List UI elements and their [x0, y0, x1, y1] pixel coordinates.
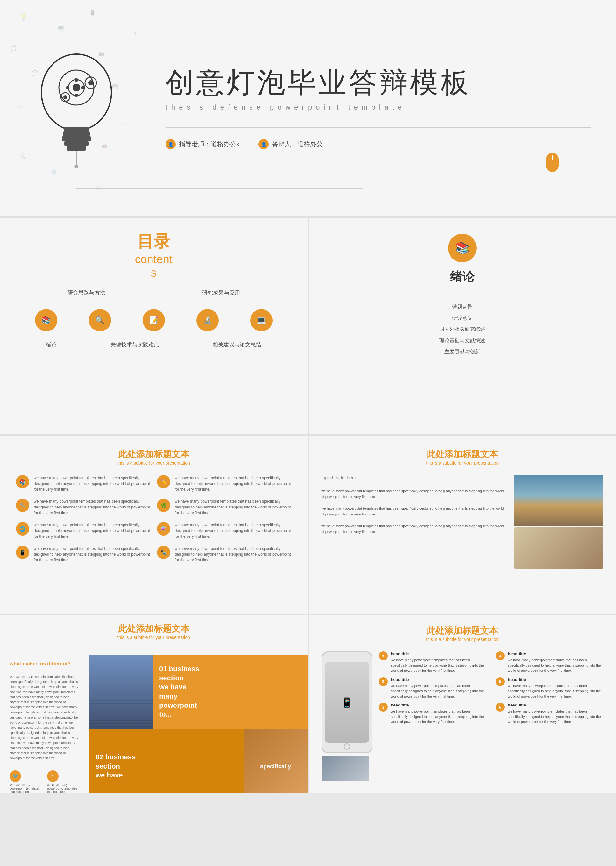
twitter-icon: 🐦: [9, 770, 21, 782]
cover-divider: [165, 127, 591, 128]
num-content-6: head title we have many powerpoint templ…: [508, 703, 603, 725]
cover-illustration: [0, 0, 153, 217]
num-content-4: head title we have many powerpoint templ…: [508, 651, 603, 673]
num-title-1: head title: [391, 651, 486, 656]
intro-slide: 📚 绪论 选题背景 研究意义 国内外相关研究综述 理论基础与文献综述 主要贡献与…: [309, 218, 616, 434]
section-02-container: 02 businesssectionwe have specifically: [89, 729, 308, 794]
toc-icon-2: 🔍: [89, 309, 111, 332]
num-text-5: we have many powerpoint templates that h…: [508, 683, 603, 699]
toc-title-en: contents: [135, 253, 173, 280]
num-title-6: head title: [508, 703, 603, 707]
intro-item-1: 选题背景: [439, 301, 485, 312]
bulb-svg: [29, 41, 124, 175]
content-para-3: we have many powerpoint templates that h…: [322, 523, 505, 534]
feature-icon-3: 🔧: [16, 498, 29, 512]
instructor-icon: 👤: [165, 139, 176, 149]
feature-item-4: 🌿 we have many powerpoint templates that…: [157, 498, 292, 516]
slide3-heading: 此处添加标题文本: [16, 448, 292, 461]
num-badge-4: 4: [496, 651, 504, 660]
toc-label-2: 研究成果与应用: [202, 289, 240, 296]
numbered-content: 📱 1 head title we have many powerpoint t…: [322, 651, 603, 781]
num-content-1: head title we have many powerpoint templ…: [391, 651, 486, 673]
toc-icon-3: 📝: [143, 309, 165, 332]
intro-item-3: 国内外相关研究综述: [439, 324, 485, 335]
feature-item-5: 🌐 we have many powerpoint templates that…: [16, 522, 151, 539]
facebook-icon: f: [47, 770, 58, 782]
feature-text-1: we have many powerpoint templates that h…: [34, 475, 151, 492]
num-content-5: head title we have many powerpoint templ…: [508, 677, 603, 699]
slides-row-2: 此处添加标题文本 this is a subtitle for your pre…: [0, 435, 616, 614]
toc-icon-5: 💻: [250, 309, 272, 332]
intro-icon: 📚: [448, 234, 476, 262]
feature-icon-7: 📱: [16, 546, 29, 559]
toc-icon-1: 📚: [35, 309, 57, 332]
instructor-label: 指导老师：道格办公x: [179, 140, 239, 148]
intro-divider: [334, 294, 591, 295]
content-right-area: [514, 475, 603, 569]
slide4-sub: this is a subtitle for your presentation: [322, 461, 603, 465]
toc-bottom-2: 关键技术与实践难点: [110, 341, 159, 348]
feature-icon-1: 📚: [16, 475, 29, 489]
slide4-heading: 此处添加标题文本: [322, 448, 603, 461]
feature-item-8: ✒️ we have many powerpoint templates tha…: [157, 546, 292, 563]
phone-screen: 📱: [325, 662, 369, 743]
num-badge-2: 2: [379, 677, 388, 686]
feature-item-7: 📱 we have many powerpoint templates that…: [16, 546, 151, 563]
toc-label-1: 研究思路与方法: [68, 289, 105, 296]
num-item-2: 2 head title we have many powerpoint tem…: [379, 677, 486, 699]
svg-point-3: [72, 84, 80, 91]
phone-content: 📱: [325, 662, 369, 743]
respondent-icon: 👤: [258, 139, 269, 149]
camera-image: [322, 756, 369, 781]
business-body-text: we have many powerpoint templates that h…: [9, 674, 80, 761]
topic-header: topic header here: [322, 475, 505, 480]
toc-labels-bottom: 绪论 关键技术与实践难点 相关建议与论文总结: [19, 341, 288, 348]
section-01-container: 01 businesssectionwe havemanypowerpointt…: [89, 655, 308, 729]
svg-rect-11: [82, 86, 85, 89]
num-text-2: we have many powerpoint templates that h…: [391, 683, 486, 699]
instructor-info: 👤 指导老师：道格办公x: [165, 139, 239, 149]
cover-title-zh: 创意灯泡毕业答辩模板: [165, 67, 591, 98]
intro-item-2: 研究意义: [439, 312, 485, 324]
slide7-sub: this is a subtitle for your presentation: [322, 637, 603, 642]
slide7-heading: 此处添加标题文本: [322, 625, 603, 637]
feature-icon-4: 🌿: [157, 498, 170, 512]
svg-rect-13: [63, 132, 90, 136]
feature-icon-8: ✒️: [157, 546, 170, 559]
features-slide: 此处添加标题文本 this is a subtitle for your pre…: [0, 435, 308, 614]
num-text-1: we have many powerpoint templates that h…: [391, 657, 486, 673]
num-item-3: 3 head title we have many powerpoint tem…: [379, 703, 486, 725]
feature-text-3: we have many powerpoint templates that h…: [34, 498, 151, 516]
intro-item-5: 主要贡献与创新: [439, 346, 485, 357]
content-left-area: topic header here we have many powerpoin…: [322, 475, 505, 569]
business-left-text: what makes us different? we have many po…: [0, 655, 89, 794]
feature-item-3: 🔧 we have many powerpoint templates that…: [16, 498, 151, 516]
numbered-right-col: 4 head title we have many powerpoint tem…: [496, 651, 603, 781]
slide6-heading: 此处添加标题文本: [13, 623, 295, 635]
slides-row-1: 目录 contents 研究思路与方法 研究成果与应用 📚 🔍 📝 🔬 💻 绪论…: [0, 218, 616, 434]
section-02-text: 02 businesssectionwe have: [96, 753, 136, 780]
num-item-1: 1 head title we have many powerpoint tem…: [379, 651, 486, 673]
num-badge-5: 5: [496, 677, 504, 686]
num-item-6: 6 head title we have many powerpoint tem…: [496, 703, 603, 725]
svg-point-5: [88, 80, 93, 85]
what-makes-label: what makes us different?: [9, 661, 80, 667]
intro-title: 绪论: [450, 269, 475, 285]
phone-area: 📱: [322, 651, 369, 781]
section-02-image: specifically: [244, 729, 308, 794]
feature-text-5: we have many powerpoint templates that h…: [34, 522, 151, 539]
section-01-text: 01 businesssectionwe havemanypowerpointt…: [159, 665, 199, 719]
toc-slide: 目录 contents 研究思路与方法 研究成果与应用 📚 🔍 📝 🔬 💻 绪论…: [0, 218, 308, 434]
feature-item-6: ⚗️ we have many powerpoint templates tha…: [157, 522, 292, 539]
toc-bottom-3: 相关建议与论文总结: [213, 341, 261, 348]
num-badge-6: 6: [496, 703, 504, 712]
scenic-image-bottom: [514, 527, 603, 569]
feature-icon-5: 🌐: [16, 522, 29, 536]
toc-labels-top: 研究思路与方法 研究成果与应用: [19, 289, 288, 296]
section-02-orange: 02 businesssectionwe have: [89, 729, 244, 794]
num-badge-3: 3: [379, 703, 388, 712]
feature-icon-6: ⚗️: [157, 522, 170, 536]
respondent-info: 👤 答辩人：道格办公: [258, 139, 323, 149]
svg-point-18: [74, 165, 78, 168]
mouse-icon: [546, 153, 559, 172]
